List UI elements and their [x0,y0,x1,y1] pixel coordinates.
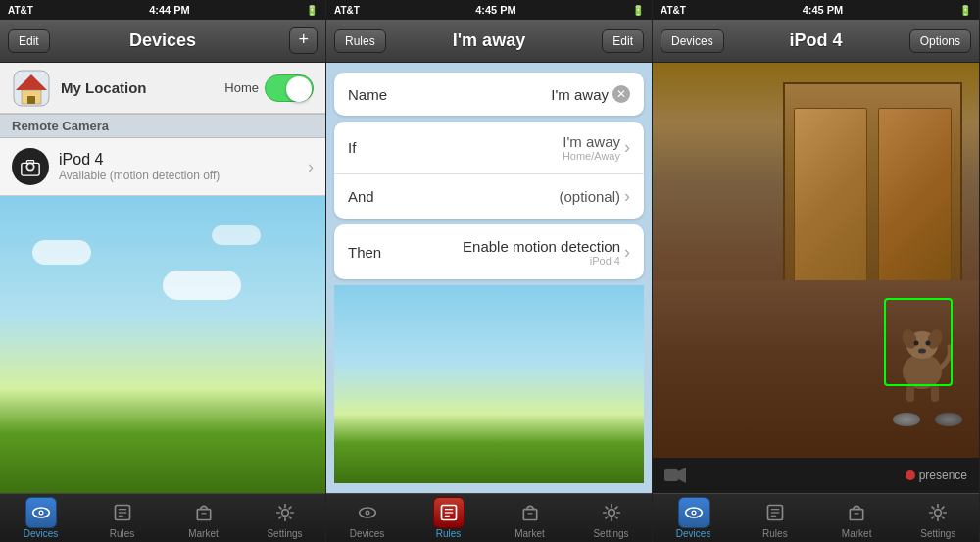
tab-devices-label-3: Devices [676,528,711,539]
tab-settings-3[interactable]: Settings [898,497,979,539]
rule-name-value[interactable]: I'm away [402,86,609,103]
svg-rect-26 [523,510,536,520]
and-chevron: › [624,186,630,207]
tab-settings-label-1: Settings [267,528,302,539]
toggle-container[interactable]: Home [224,74,314,102]
tab-devices-1[interactable]: Devices [0,497,81,539]
cloud-2 [163,271,241,300]
svg-point-21 [366,512,368,515]
house-icon [12,69,51,108]
tab-devices-2[interactable]: Devices [326,497,408,539]
tab-market-1[interactable]: Market [163,497,244,539]
section-header-1: Remote Camera [0,114,325,138]
presence-dot [906,470,915,480]
nav-bar-3: Devices iPod 4 Options [653,20,979,63]
devices-tab-icon-bg-3 [678,497,710,528]
devices-back-button[interactable]: Devices [661,29,724,53]
cloud-1 [32,240,91,265]
video-camera-icon [664,468,686,483]
tab-bar-1: Devices Rules Market [0,493,325,542]
detection-box [884,298,953,386]
edit-button-1[interactable]: Edit [8,29,50,53]
battery-3: 🔋 [959,5,971,16]
svg-marker-39 [678,468,686,483]
status-bar-3: AT&T 4:45 PM 🔋 [653,0,979,20]
rule-name-card: Name I'm away ✕ [334,73,644,116]
svg-point-7 [29,166,32,169]
video-record-icon[interactable] [664,468,686,483]
settings-icon-2 [602,503,621,522]
svg-rect-37 [931,384,939,402]
rules-icon-2 [439,503,459,522]
svg-point-11 [39,512,42,515]
sky-background-1 [0,196,325,493]
screen1: AT&T 4:44 PM 🔋 Edit Devices + My Locatio… [0,0,326,542]
page-title-1: Devices [129,30,196,51]
nav-bar-2: Rules I'm away Edit [326,20,652,63]
carrier-2: AT&T [334,5,360,16]
tab-rules-label-1: Rules [110,528,135,539]
tab-market-label-2: Market [514,528,545,539]
eye-icon-2 [358,503,377,522]
food-bowl-1 [893,413,920,426]
tab-rules-1[interactable]: Rules [81,497,163,539]
device-info: iPod 4 Available (motion detection off) [59,151,304,182]
svg-point-42 [692,512,695,515]
tab-market-label-3: Market [842,528,872,539]
tab-rules-2[interactable]: Rules [408,497,489,539]
battery-1: 🔋 [306,5,318,16]
tab-market-label-1: Market [188,528,219,539]
screen3: AT&T 4:45 PM 🔋 Devices iPod 4 Options [653,0,980,542]
rules-tab-icon-bg-3 [760,497,791,528]
toggle-knob [286,76,312,102]
devices-tab-icon-bg [25,497,57,528]
tab-rules-3[interactable]: Rules [734,497,815,539]
rule-name-row: Name I'm away ✕ [334,73,644,116]
svg-point-4 [33,99,35,101]
tab-market-3[interactable]: Market [816,497,898,539]
device-name: iPod 4 [59,151,304,169]
rules-tab-icon-bg-2 [433,497,465,528]
tab-rules-label-2: Rules [436,528,462,539]
edit-button-2[interactable]: Edit [602,29,644,53]
rules-icon-3 [765,503,785,522]
screen1-content: My Location Home Remote Camera [0,63,325,493]
sky-background-2 [334,285,644,483]
add-button-1[interactable]: + [289,27,318,54]
options-button[interactable]: Options [909,29,971,53]
tab-devices-3[interactable]: Devices [653,497,734,539]
settings-icon-3 [928,503,948,522]
rule-and-key: And [348,188,402,205]
rule-if-key: If [348,139,402,156]
rule-if-row[interactable]: If I'm away Home/Away › [334,122,644,174]
rule-then-row[interactable]: Then Enable motion detection iPod 4 › [334,224,644,279]
market-icon-3 [847,503,866,522]
screen3-content: presence Devices [653,63,979,542]
clear-name-button[interactable]: ✕ [612,85,630,103]
rules-icon-1 [113,503,132,522]
device-status: Available (motion detection off) [59,169,304,182]
tab-settings-1[interactable]: Settings [244,497,325,539]
tab-market-2[interactable]: Market [489,497,570,539]
device-row-ipod4[interactable]: iPod 4 Available (motion detection off) … [0,138,325,196]
tab-settings-label-3: Settings [920,528,956,539]
camera-feed [653,63,979,458]
rule-and-row[interactable]: And (optional) › [334,174,644,219]
market-tab-icon-bg-3 [841,497,872,528]
svg-point-28 [608,510,614,517]
settings-tab-icon-bg-3 [922,497,954,528]
carrier-1: AT&T [8,5,33,16]
nav-bar-1: Edit Devices + [0,20,325,63]
time-1: 4:44 PM [149,4,190,16]
rules-back-button[interactable]: Rules [334,29,386,53]
screen2: AT&T 4:45 PM 🔋 Rules I'm away Edit Name … [326,0,653,542]
tab-bar-3: Devices Rules [653,493,979,542]
tab-devices-label-1: Devices [24,528,59,539]
presence-text: presence [919,468,967,482]
svg-point-18 [281,510,288,517]
location-row[interactable]: My Location Home [0,63,325,114]
tab-settings-2[interactable]: Settings [570,497,652,539]
rules-tab-icon-bg-1 [107,497,138,528]
home-toggle[interactable] [265,74,314,102]
presence-logo: presence [906,468,967,482]
